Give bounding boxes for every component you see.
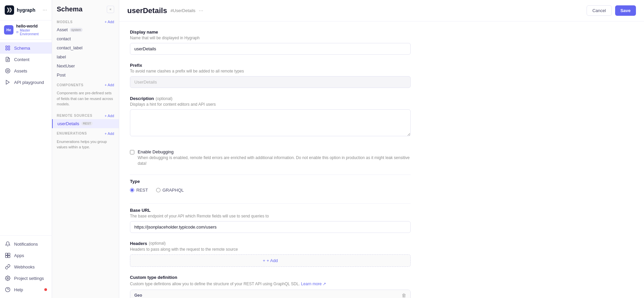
sidebar-item-userdetails[interactable]: userDetails REST [52,119,119,128]
workspace-selector[interactable]: He hello-world Master Environment [0,20,52,40]
main-content: userDetails #UserDetails ··· Cancel Save… [119,0,644,298]
base-url-hint: The base endpoint of your API which Remo… [130,214,411,218]
page-tag: #UserDetails [171,8,195,13]
notifications-icon [5,241,11,247]
type-section: Type REST GRAPHQL [130,179,411,195]
content-icon [5,56,11,62]
code-block-delete-button[interactable]: 🗑 [402,293,406,298]
cancel-button[interactable]: Cancel [587,5,611,16]
debugging-section: Enable Debugging When debugging is enabl… [130,145,411,170]
external-link-icon: ↗ [323,282,326,286]
nav-label-assets: Assets [14,68,27,73]
sidebar-item-asset[interactable]: Asset system [52,25,119,34]
nav-item-api-playground[interactable]: API playground [0,77,52,88]
remote-source-name: userDetails [57,121,79,126]
nav-item-help[interactable]: Help [0,284,52,295]
enumerations-description: Enumerations helps you group values with… [52,137,119,153]
sidebar-header: Schema « [52,0,119,16]
learn-more-link[interactable]: Learn more ↗ [301,282,326,286]
page-menu-dots[interactable]: ··· [199,8,203,14]
headers-section: Headers (optional) Headers to pass along… [130,241,411,267]
nav-item-notifications[interactable]: Notifications [0,238,52,250]
sidebar-item-nextuser[interactable]: NextUser [52,61,119,70]
svg-rect-11 [5,256,7,258]
components-description: Components are pre-defined sets of field… [52,88,119,110]
svg-rect-9 [5,253,7,255]
nav-label-notifications: Notifications [14,242,38,247]
components-section-label: COMPONENTS [57,83,84,87]
nav-label-apps: Apps [14,253,24,258]
sidebar-item-contact[interactable]: contact [52,34,119,43]
model-name-post: Post [57,72,65,78]
sidebar-item-contact-label[interactable]: contact_label [52,43,119,52]
nav-item-webhooks[interactable]: Webhooks [0,261,52,272]
type-option-rest[interactable]: REST [130,188,148,193]
divider-2 [130,203,411,204]
save-button[interactable]: Save [615,5,636,16]
nav-label-api-playground: API playground [14,80,44,85]
add-headers-icon: + [263,258,265,263]
sidebar-item-label[interactable]: label [52,52,119,61]
model-name-contact-label: contact_label [57,45,83,50]
remote-sources-label: REMOTE SOURCES [57,114,92,117]
components-section-header: COMPONENTS + Add [52,80,119,88]
sidebar-item-post[interactable]: Post [52,70,119,80]
model-name-label: label [57,54,66,59]
svg-rect-12 [8,256,10,258]
code-block-header: Geo 🗑 [130,290,410,298]
nav-item-apps[interactable]: Apps [0,250,52,261]
model-badge-system: system [70,28,83,32]
svg-marker-8 [6,80,9,84]
headers-label: Headers (optional) [130,241,411,246]
prefix-input[interactable] [130,76,411,88]
base-url-section: Base URL The base endpoint of your API w… [130,208,411,233]
description-section: Description (optional) Displays a hint f… [130,96,411,137]
base-url-label: Base URL [130,208,411,213]
nav-item-schema[interactable]: Schema [0,42,52,54]
base-url-input[interactable] [130,221,411,233]
left-navigation: hygraph ··· He hello-world Master Enviro… [0,0,52,298]
components-add-button[interactable]: + Add [105,83,114,87]
model-name-asset: Asset [57,27,68,32]
models-add-button[interactable]: + Add [105,20,114,24]
display-name-input[interactable] [130,43,411,55]
logo-icon [5,5,14,15]
description-textarea[interactable] [130,109,411,136]
nav-label-schema: Schema [14,46,30,51]
model-name-nextuser: NextUser [57,63,75,68]
type-option-graphql[interactable]: GRAPHQL [156,188,184,193]
sidebar-title: Schema [57,5,83,13]
enumerations-add-button[interactable]: + Add [105,132,114,136]
logo-text: hygraph [17,7,35,13]
svg-point-7 [7,70,8,71]
debugging-label: Enable Debugging [138,149,411,154]
custom-type-desc: Custom type defintions allow you to defi… [130,281,411,287]
type-radio-rest[interactable] [130,188,134,192]
description-optional: (optional) [156,96,173,101]
nav-label-help: Help [14,287,23,292]
add-headers-button[interactable]: + + Add [130,254,411,267]
debugging-desc: When debugging is enabled, remote field … [138,155,411,166]
prefix-hint: To avoid name clashes a prefix will be a… [130,69,411,73]
workspace-env: Master Environment [16,29,48,36]
prefix-label: Prefix [130,63,411,68]
remote-sources-add-button[interactable]: + Add [105,114,114,118]
nav-item-project-settings[interactable]: Project settings [0,272,52,284]
help-icon [5,287,11,293]
nav-item-assets[interactable]: Assets [0,65,52,77]
schema-sidebar: Schema « MODELS + Add Asset system conta… [52,0,119,298]
debugging-checkbox[interactable] [130,150,134,154]
type-rest-label: REST [136,188,148,193]
model-name-contact: contact [57,36,71,41]
display-name-section: Display name Name that will be displayed… [130,30,411,55]
schema-icon [5,45,11,51]
display-name-hint: Name that will be displayed in Hygraph [130,36,411,40]
svg-rect-1 [8,46,10,48]
display-name-label: Display name [130,30,411,35]
type-radio-graphql[interactable] [156,188,160,192]
nav-item-content[interactable]: Content [0,54,52,65]
sidebar-collapse-button[interactable]: « [107,6,114,13]
assets-icon [5,68,11,74]
logo-menu-dots[interactable]: ··· [43,7,47,13]
nav-bottom: Notifications Apps Webhooks [0,235,52,298]
